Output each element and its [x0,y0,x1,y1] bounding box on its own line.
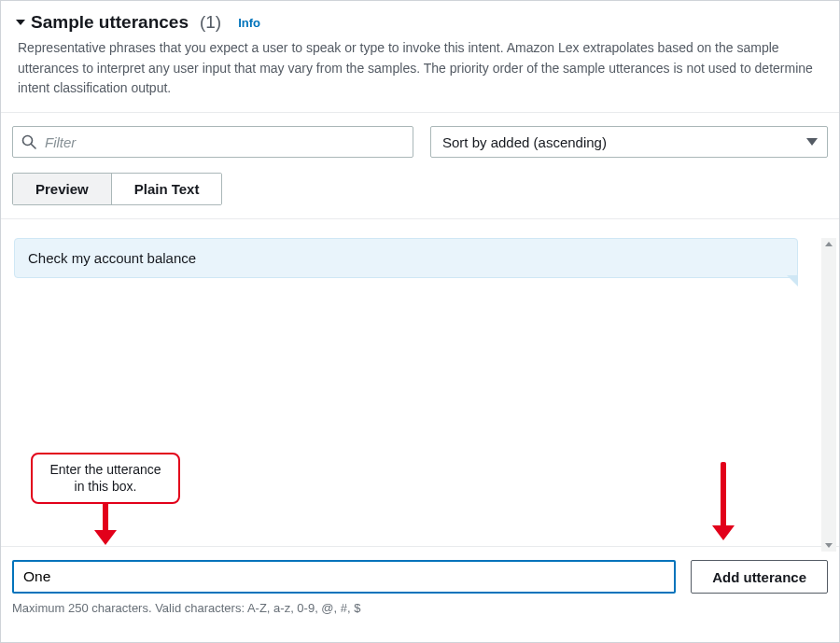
panel-header: Sample utterances (1) Info Representativ… [1,1,839,113]
utterance-text: Check my account balance [28,250,196,266]
input-hint-text: Maximum 250 characters. Valid characters… [1,597,839,615]
svg-line-1 [32,145,36,149]
tab-preview[interactable]: Preview [13,174,111,204]
scrollbar[interactable] [821,238,836,552]
add-utterance-button[interactable]: Add utterance [691,560,828,594]
utterance-bubble[interactable]: Check my account balance [14,238,798,278]
section-title: Sample utterances [31,12,189,33]
filter-wrap [12,126,413,158]
title-row: Sample utterances (1) Info [18,12,822,33]
utterance-count: (1) [200,12,221,33]
info-link[interactable]: Info [238,16,260,30]
collapse-toggle-icon[interactable] [16,20,25,25]
utterance-input[interactable] [12,560,676,594]
sample-utterances-panel: Sample utterances (1) Info Representativ… [0,0,840,643]
scroll-down-icon [825,543,833,548]
section-description: Representative phrases that you expect a… [18,38,820,99]
controls-row: Sort by added (ascending) [1,113,839,158]
add-utterance-row: Add utterance [1,547,839,597]
sort-select-value: Sort by added (ascending) [442,134,607,150]
filter-input[interactable] [12,126,413,158]
sort-select[interactable]: Sort by added (ascending) [430,126,828,158]
scroll-up-icon [825,242,833,246]
annotation-input-hint: Enter the utterance in this box. [31,453,180,545]
utterances-list: Check my account balance Enter the utter… [1,219,839,546]
view-tabs: Preview Plain Text [12,173,222,205]
search-icon [21,134,36,149]
arrow-down-icon [94,502,117,545]
callout-box: Enter the utterance in this box. [31,453,180,504]
annotation-button-arrow [712,464,735,540]
tab-plain-text[interactable]: Plain Text [111,174,222,204]
arrow-down-icon [712,462,735,540]
chevron-down-icon [806,138,818,146]
